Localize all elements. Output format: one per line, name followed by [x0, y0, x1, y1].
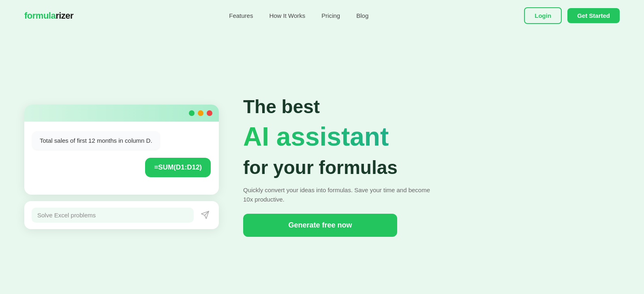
get-started-button[interactable]: Get Started [567, 8, 620, 23]
hero-text: The best AI assistant for your formulas … [243, 97, 620, 237]
logo-part2: rizer [56, 11, 73, 21]
hero-line1: The best [243, 97, 620, 117]
nav-features[interactable]: Features [229, 12, 253, 19]
logo-part1: formula [24, 11, 56, 21]
chat-user-message: Total sales of first 12 months in column… [32, 131, 160, 150]
nav-actions: Login Get Started [524, 7, 620, 24]
main-content: Total sales of first 12 months in column… [0, 31, 644, 294]
input-bar [24, 201, 219, 229]
nav-how-it-works[interactable]: How It Works [269, 12, 305, 19]
hero-line2: AI assistant [243, 123, 620, 150]
nav-links: Features How It Works Pricing Blog [229, 12, 368, 19]
chat-titlebar [24, 105, 219, 122]
brand-logo[interactable]: formularizer [24, 11, 73, 21]
chat-bot-message: =SUM(D1:D12) [145, 158, 211, 177]
nav-pricing[interactable]: Pricing [321, 12, 340, 19]
navbar: formularizer Features How It Works Prici… [0, 0, 644, 31]
send-icon[interactable] [199, 208, 212, 221]
dot-red [207, 110, 212, 116]
nav-blog[interactable]: Blog [356, 12, 368, 19]
hero-line3: for your formulas [243, 157, 620, 178]
hero-subtitle: Quickly convert your ideas into formulas… [243, 186, 438, 204]
login-button[interactable]: Login [524, 7, 562, 24]
dot-yellow [198, 110, 203, 116]
generate-free-button[interactable]: Generate free now [243, 214, 397, 237]
chat-window: Total sales of first 12 months in column… [24, 105, 219, 195]
dot-green [189, 110, 195, 116]
chat-mockup: Total sales of first 12 months in column… [24, 105, 219, 229]
formula-input[interactable] [32, 208, 194, 223]
chat-body: Total sales of first 12 months in column… [24, 122, 219, 195]
